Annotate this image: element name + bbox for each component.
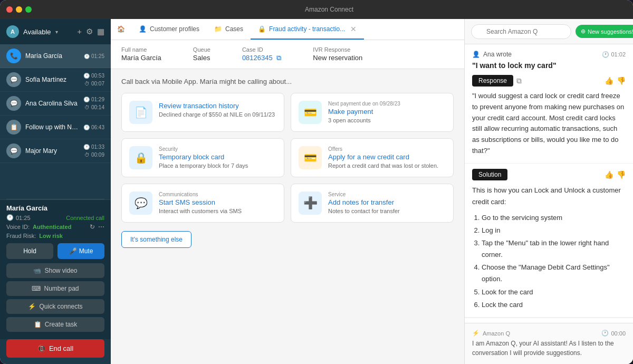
- full-name-group: Full name María García: [121, 46, 161, 62]
- end-call-button[interactable]: 📵 End call: [6, 339, 104, 358]
- status-dropdown-icon[interactable]: ▾: [55, 29, 58, 35]
- contact-item[interactable]: 📞 María García 🕐 01:25: [0, 44, 111, 68]
- close-button[interactable]: [6, 6, 13, 13]
- card-icon-payment: 💳: [299, 101, 322, 124]
- contact-time: 🕐 01:25: [84, 53, 104, 59]
- card-category: Communications: [159, 191, 242, 197]
- active-contact-panel: María García 🕐 01:25 Connected call Voic…: [0, 199, 111, 339]
- contact-time1: 🕐 00:53: [83, 73, 104, 79]
- q-msg-author: 👤 Ana wrote: [472, 51, 512, 58]
- task-icon: 📋: [34, 321, 42, 328]
- solution-intro: This is how you can Lock and Unlock a cu…: [472, 185, 626, 208]
- clock-footer-icon: 🕐: [601, 330, 609, 337]
- q-header: 🔍 ⊕ New suggestions! ▾: [465, 19, 633, 44]
- suggestion-card-review-history[interactable]: 📄 Review transaction history Declined ch…: [121, 93, 284, 132]
- tab-home[interactable]: 🏠: [111, 19, 131, 40]
- contact-item[interactable]: 💬 Major Mary 🕐 01:33 ⏱ 00:09: [0, 139, 111, 163]
- header-icons: + ⚙ ▦: [77, 27, 104, 36]
- voice-id-row: Voice ID: Authenticated ↻ ⋯: [6, 223, 104, 231]
- more-icon[interactable]: ⋯: [98, 223, 104, 231]
- tab-fraud[interactable]: 🔒 Fraud activity - transactio... ✕: [251, 19, 364, 40]
- create-task-button[interactable]: 📋 Create task: [6, 317, 104, 332]
- calendar-icon[interactable]: ▦: [97, 27, 104, 36]
- active-contact-name: María García: [6, 204, 104, 212]
- contact-time: 🕐 06:43: [83, 124, 104, 130]
- main-tabs: 🏠 👤 Customer profiles 📁 Cases 🔒 Fraud ac…: [111, 19, 464, 40]
- number-pad-button[interactable]: ⌨ Number pad: [6, 281, 104, 296]
- mac-window: Amazon Connect A Available ▾ + ⚙ ▦ 📞: [0, 0, 633, 364]
- mic-icon: 🎤: [69, 247, 77, 255]
- suggestion-card-make-payment[interactable]: 💳 Next payment due on 09/28/23 Make paym…: [291, 93, 454, 132]
- contact-meta: 🕐 01:29 ⏱ 00:14: [83, 97, 104, 110]
- window-title: Amazon Connect: [32, 6, 627, 13]
- card-body-sms: Communications Start SMS session Interac…: [159, 191, 242, 215]
- sidebar-header: A Available ▾ + ⚙ ▦: [0, 19, 111, 44]
- tab-cases[interactable]: 📁 Cases: [207, 19, 251, 40]
- cards-grid: 📄 Review transaction history Declined ch…: [121, 93, 454, 223]
- new-suggestions-button[interactable]: ⊕ New suggestions! ▾: [576, 25, 633, 38]
- card-icon-block: 🔒: [129, 146, 152, 169]
- card-title: Temporary block card: [159, 153, 248, 161]
- thumbs-down-solution-icon[interactable]: 👎: [617, 170, 626, 179]
- solution-steps-list: Go to the servicing system Log in Tap th…: [472, 212, 626, 311]
- contact-name: Follow up with Nikki Work: [25, 123, 79, 131]
- thumbs-up-icon[interactable]: 👍: [605, 76, 613, 85]
- response-tab-button[interactable]: Response: [472, 75, 513, 87]
- suggestion-card-sms[interactable]: 💬 Communications Start SMS session Inter…: [121, 184, 284, 223]
- solution-tab-button[interactable]: Solution: [472, 169, 507, 180]
- suggestion-card-apply-credit[interactable]: 💳 Offers Apply for a new credit card Rep…: [291, 138, 454, 177]
- add-icon[interactable]: +: [77, 27, 82, 36]
- contact-item[interactable]: 💬 Sofía Martínez 🕐 00:53 ⏱ 00:07: [0, 68, 111, 92]
- copy-icon[interactable]: ⧉: [516, 76, 522, 85]
- thumbs-down-icon[interactable]: 👎: [617, 76, 626, 85]
- solution-step: Log in: [482, 225, 626, 236]
- copy-case-id-icon[interactable]: ⧉: [276, 54, 281, 62]
- solution-section: Solution 👍 👎 This is how you can Lock an…: [465, 164, 633, 318]
- refresh-icon[interactable]: ↻: [90, 223, 95, 231]
- contact-item[interactable]: 📋 Follow up with Nikki Work 🕐 06:43: [0, 116, 111, 139]
- profiles-icon: 👤: [139, 25, 147, 33]
- search-input[interactable]: [471, 24, 571, 39]
- card-icon-review: 📄: [129, 101, 152, 124]
- q-msg-time: 🕐 01:02: [602, 51, 626, 58]
- q-logo-icon: ⚡: [472, 330, 479, 337]
- contact-type-icon: 📞: [6, 49, 21, 63]
- voice-id-label: Voice ID:: [6, 224, 30, 230]
- active-timer: 🕐 01:25: [6, 214, 31, 221]
- contact-info: María García: [25, 52, 80, 60]
- mute-button[interactable]: 🎤 Mute: [57, 243, 104, 259]
- suggestion-card-add-notes[interactable]: ➕ Service Add notes for transfer Notes t…: [291, 184, 454, 223]
- video-icon: 📹: [33, 267, 41, 274]
- something-else-button[interactable]: It's something else: [121, 231, 191, 248]
- contact-list: 📞 María García 🕐 01:25 💬 Sofía Martínez: [0, 44, 111, 199]
- case-id-value[interactable]: 08126345 ⧉: [242, 54, 281, 62]
- solution-step: Go to the servicing system: [482, 212, 626, 224]
- quick-connects-button[interactable]: ⚡ Quick connects: [6, 299, 104, 314]
- connected-label: Connected call: [66, 215, 104, 221]
- contact-item[interactable]: 💬 Ana Carolina Silva 🕐 01:29 ⏱ 00:14: [0, 92, 111, 116]
- card-title: Review transaction history: [159, 102, 275, 110]
- card-body-credit: Offers Apply for a new credit card Repor…: [328, 146, 438, 169]
- response-text: "I would suggest a card lock or credit c…: [472, 91, 626, 157]
- solution-step: Choose the "Manage Debit Card Settings" …: [482, 262, 626, 285]
- queue-group: Queue Sales: [193, 46, 210, 62]
- card-icon-credit: 💳: [299, 146, 322, 169]
- contact-meta: 🕐 01:25: [84, 53, 104, 59]
- show-less-bar[interactable]: Show less ∧: [465, 318, 633, 323]
- queue-value: Sales: [193, 54, 210, 62]
- hold-button[interactable]: Hold: [6, 243, 53, 259]
- settings-icon[interactable]: ⚙: [86, 27, 93, 36]
- minimize-button[interactable]: [16, 6, 22, 13]
- thumbs-up-solution-icon[interactable]: 👍: [605, 170, 613, 179]
- card-category: Security: [159, 146, 248, 152]
- q-tab-buttons: Response ⧉ 👍 👎: [472, 75, 626, 87]
- maximize-button[interactable]: [25, 6, 32, 13]
- search-wrap: 🔍: [471, 24, 571, 39]
- card-desc: 3 open accounts: [328, 117, 400, 123]
- q-body: 👤 Ana wrote 🕐 01:02 "I want to lock my c…: [465, 44, 633, 323]
- suggestion-card-temp-block[interactable]: 🔒 Security Temporary block card Place a …: [121, 138, 284, 177]
- tab-customer-profiles[interactable]: 👤 Customer profiles: [131, 19, 207, 40]
- show-video-button[interactable]: 📹 Show video: [6, 263, 104, 278]
- suggestions-title: Call back via Mobile App. María might be…: [121, 78, 454, 85]
- tab-close-icon[interactable]: ✕: [350, 25, 357, 33]
